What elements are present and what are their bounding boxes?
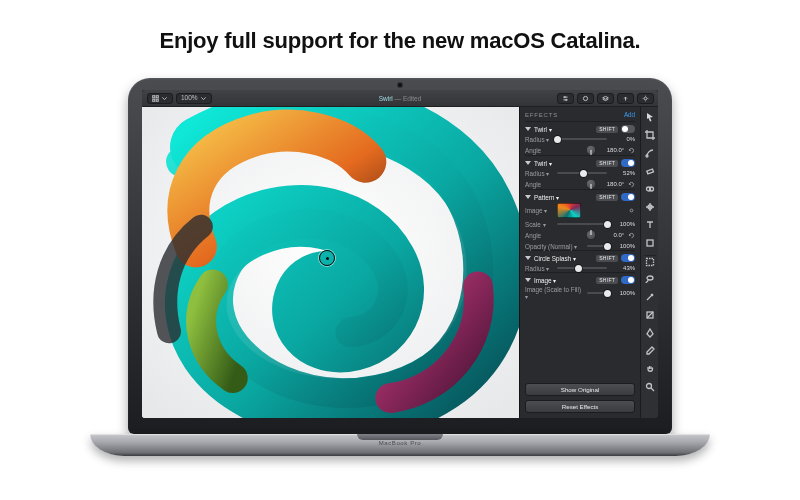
tool-group-1[interactable]	[557, 93, 574, 104]
gradient-tool[interactable]	[644, 309, 656, 321]
effect-row: Radius ▾43%	[525, 264, 635, 272]
gear-icon[interactable]	[628, 207, 635, 214]
svg-rect-1	[156, 95, 158, 97]
effect-toggle[interactable]	[621, 276, 635, 284]
rotate-icon[interactable]	[628, 181, 635, 188]
svg-point-20	[649, 187, 653, 191]
slider[interactable]	[557, 220, 607, 228]
gear-icon	[642, 95, 649, 102]
macbook-device: 100% Swirl — Edited	[128, 78, 672, 476]
shape-tool[interactable]	[644, 237, 656, 249]
show-original-button[interactable]: Show Original	[525, 383, 635, 396]
marquee-tool[interactable]	[644, 255, 656, 267]
svg-point-10	[644, 97, 647, 100]
angle-dial[interactable]	[586, 230, 596, 240]
effects-panel-title: EFFECTS	[525, 112, 558, 118]
effect-name: Twirl ▾	[534, 126, 593, 133]
rotate-icon[interactable]	[628, 232, 635, 239]
slider[interactable]	[557, 135, 607, 143]
effects-panel: EFFECTS Add Twirl ▾SHIFTRadius ▾0%Angle1…	[520, 107, 640, 418]
erase-tool[interactable]	[644, 165, 656, 177]
disclosure-icon[interactable]	[525, 161, 531, 165]
effect-row: Angle0.0°	[525, 230, 635, 240]
slider[interactable]	[587, 289, 607, 297]
view-mode-button[interactable]	[147, 93, 173, 104]
app-window: 100% Swirl — Edited	[142, 90, 658, 418]
layers-icon	[602, 95, 609, 102]
effect-toggle[interactable]	[621, 159, 635, 167]
eyedropper-tool[interactable]	[644, 345, 656, 357]
color-picker-button[interactable]	[577, 93, 594, 104]
row-value: 180.0°	[600, 181, 624, 187]
settings-button[interactable]	[637, 93, 654, 104]
effect-row: Angle180.0°	[525, 145, 635, 155]
slider[interactable]	[587, 242, 607, 250]
row-value: 43%	[611, 265, 635, 271]
wand-tool[interactable]	[644, 291, 656, 303]
effect-row: Scale ▾100%	[525, 220, 635, 228]
effect-row: Image ▾	[525, 203, 635, 218]
svg-point-8	[583, 96, 587, 100]
pen-tool[interactable]	[644, 327, 656, 339]
effect-toggle[interactable]	[621, 125, 635, 133]
effect-row: Angle180.0°	[525, 179, 635, 189]
disclosure-icon[interactable]	[525, 127, 531, 131]
row-value: 52%	[611, 170, 635, 176]
device-label: MacBook Pro	[90, 440, 710, 446]
reset-effects-button[interactable]: Reset Effects	[525, 400, 635, 413]
svg-line-32	[647, 312, 653, 318]
hand-tool[interactable]	[644, 363, 656, 375]
effect-block: Image ▾SHIFTImage (Scale to Fill) ▾100%	[525, 272, 635, 300]
svg-rect-18	[646, 169, 653, 174]
row-value: 100%	[611, 290, 635, 296]
row-label: Angle	[525, 181, 553, 188]
layers-button[interactable]	[597, 93, 614, 104]
clone-tool[interactable]	[644, 183, 656, 195]
shortcut-chip: SHIFT	[596, 194, 618, 201]
crop-tool[interactable]	[644, 129, 656, 141]
row-label: Image ▾	[525, 207, 553, 214]
slider[interactable]	[557, 169, 607, 177]
text-tool[interactable]	[644, 219, 656, 231]
lasso-tool[interactable]	[644, 273, 656, 285]
disclosure-icon[interactable]	[525, 195, 531, 199]
rotate-icon[interactable]	[628, 147, 635, 154]
svg-rect-26	[647, 240, 653, 246]
effect-name: Twirl ▾	[534, 160, 593, 167]
row-label: Radius ▾	[525, 170, 553, 177]
effect-row: Radius ▾52%	[525, 169, 635, 177]
effect-toggle[interactable]	[621, 193, 635, 201]
angle-dial[interactable]	[586, 145, 596, 155]
effect-name: Circle Splash ▾	[534, 255, 593, 262]
paint-tool[interactable]	[644, 147, 656, 159]
row-value: 0%	[611, 136, 635, 142]
row-label: Opacity (Normal) ▾	[525, 243, 583, 250]
add-effect-button[interactable]: Add	[624, 111, 635, 118]
share-icon	[622, 95, 629, 102]
canvas[interactable]	[142, 107, 519, 418]
svg-point-28	[647, 276, 653, 280]
row-label: Radius ▾	[525, 265, 553, 272]
svg-rect-0	[153, 95, 155, 97]
repair-tool[interactable]	[644, 201, 656, 213]
effect-row: Image (Scale to Fill) ▾100%	[525, 286, 635, 300]
share-button[interactable]	[617, 93, 634, 104]
effect-row: Radius ▾0%	[525, 135, 635, 143]
shortcut-chip: SHIFT	[596, 126, 618, 133]
image-thumbnail[interactable]	[557, 203, 581, 218]
row-value: 100%	[611, 243, 635, 249]
effect-block: Twirl ▾SHIFTRadius ▾0%Angle180.0°	[525, 121, 635, 155]
svg-line-34	[651, 388, 654, 391]
disclosure-icon[interactable]	[525, 278, 531, 282]
effect-name: Pattern ▾	[534, 194, 593, 201]
arrow-tool[interactable]	[644, 111, 656, 123]
angle-dial[interactable]	[586, 179, 596, 189]
effect-toggle[interactable]	[621, 254, 635, 262]
zoom-control[interactable]: 100%	[176, 93, 212, 104]
zoom-tool[interactable]	[644, 381, 656, 393]
disclosure-icon[interactable]	[525, 256, 531, 260]
row-label: Radius ▾	[525, 136, 553, 143]
effect-name: Image ▾	[534, 277, 593, 284]
color-icon	[582, 95, 589, 102]
slider[interactable]	[557, 264, 607, 272]
